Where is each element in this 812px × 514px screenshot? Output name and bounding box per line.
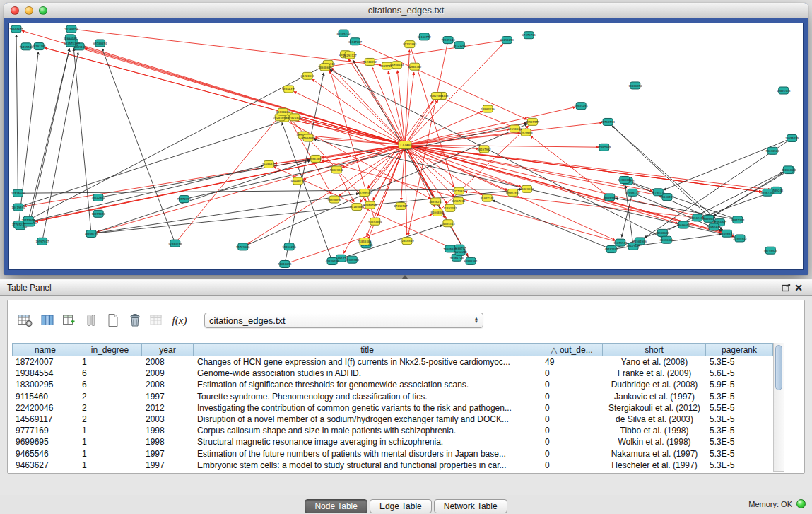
graph-node[interactable]: 23368476 [64, 25, 78, 33]
graph-node[interactable]: 50823362 [330, 166, 344, 173]
graph-node[interactable]: 19597017 [35, 238, 49, 245]
graph-node[interactable]: 67479711 [522, 32, 536, 39]
graph-node[interactable]: 93353034 [368, 218, 382, 225]
graph-node[interactable]: 11383080 [618, 176, 632, 183]
import-table-button[interactable] [148, 311, 166, 329]
graph-node[interactable]: 26290253 [500, 37, 514, 44]
table-row[interactable]: 977716911998Corpus callosum shape and si… [12, 425, 784, 436]
graph-node[interactable]: 78085847 [443, 245, 457, 252]
graph-node[interactable]: 81037341 [481, 194, 495, 201]
graph-edge[interactable] [24, 145, 404, 206]
table-row[interactable]: 946362711997Embryonic stem cells: a mode… [12, 460, 784, 471]
graph-node[interactable]: 15659545 [613, 239, 628, 246]
graph-edge[interactable] [42, 52, 78, 240]
graph-node[interactable]: 74951643 [707, 223, 721, 230]
graph-node[interactable]: 76495543 [19, 43, 33, 50]
new-table-button[interactable] [104, 311, 122, 329]
float-panel-icon[interactable] [779, 282, 792, 293]
graph-edge[interactable] [93, 194, 359, 234]
graph-node[interactable]: 38556241 [429, 198, 443, 205]
row-height-button[interactable] [82, 311, 100, 329]
graph-edge[interactable] [78, 45, 404, 145]
graph-node[interactable]: 40323913 [520, 185, 534, 192]
graph-node[interactable]: 10555255 [785, 134, 799, 141]
graph-edge[interactable] [285, 73, 324, 263]
graph-edge[interactable] [19, 189, 521, 193]
graph-node[interactable]: 39121262 [453, 42, 467, 49]
graph-node[interactable]: 10046724 [84, 230, 98, 238]
window-titlebar[interactable]: citations_edges.txt [4, 3, 808, 18]
graph-edge[interactable] [73, 48, 91, 232]
table-row[interactable]: 1830029562008Estimation of significance … [12, 379, 784, 390]
graph-node[interactable]: 71840385 [358, 238, 372, 245]
column-header[interactable]: in_degree [78, 343, 142, 356]
graph-node[interactable]: 95587847 [309, 155, 323, 162]
graph-node[interactable]: 45799936 [358, 189, 372, 197]
graph-edge[interactable] [530, 136, 608, 197]
graph-node[interactable]: 14465313 [441, 220, 455, 227]
graph-node[interactable]: 87019767 [394, 203, 408, 210]
graph-node[interactable]: 30036004 [660, 236, 674, 243]
graph-node[interactable]: 34466508 [346, 256, 360, 263]
graph-node[interactable]: 91027807 [430, 93, 444, 100]
network-canvas[interactable]: 7004467765780854233684763269313398489193… [9, 23, 804, 270]
graph-node[interactable]: 75222632 [91, 194, 105, 201]
graph-node[interactable]: 72816549 [400, 238, 414, 245]
graph-edge[interactable] [20, 119, 289, 206]
column-header[interactable]: short [603, 343, 706, 356]
column-header[interactable]: △ out_de... [541, 343, 603, 356]
graph-edge[interactable] [248, 146, 404, 244]
graph-node[interactable]: 24504986 [633, 238, 647, 245]
graph-node[interactable]: 46755524 [764, 247, 778, 254]
edit-column-button[interactable] [60, 311, 78, 329]
panel-splitter-handle[interactable] [401, 275, 408, 279]
close-window-icon[interactable] [11, 6, 19, 15]
graph-edge[interactable] [368, 146, 404, 189]
graph-node[interactable]: 83409232 [336, 30, 351, 37]
graph-edge[interactable] [406, 145, 599, 147]
graph-edge[interactable] [372, 67, 404, 144]
column-header[interactable]: name [12, 343, 78, 356]
graph-node[interactable]: 54806471 [282, 86, 296, 93]
graph-node[interactable]: 78688685 [318, 64, 332, 71]
table-row[interactable]: 911546021997Tourette syndrome. Phenomeno… [12, 391, 784, 402]
graph-edge[interactable] [293, 117, 526, 189]
graph-node[interactable]: 65780854 [93, 40, 107, 47]
graph-node[interactable]: 58018695 [278, 260, 292, 267]
graph-node[interactable]: 55196226 [283, 243, 297, 250]
graph-edge[interactable] [401, 146, 405, 201]
graph-node[interactable]: 79507577 [526, 118, 540, 125]
graph-node[interactable]: 80788684 [390, 62, 404, 69]
graph-node[interactable]: 42896093 [782, 166, 796, 173]
graph-edge[interactable] [16, 35, 18, 192]
graph-node[interactable]: 26293127 [343, 52, 357, 59]
graph-node[interactable]: 61184089 [350, 204, 364, 211]
graph-edge[interactable] [406, 129, 509, 145]
graph-node[interactable]: 43829410 [325, 258, 339, 265]
graph-node[interactable]: 82688382 [408, 63, 422, 70]
graph-node[interactable]: 32535666 [11, 189, 25, 197]
graph-edge[interactable] [406, 44, 502, 144]
graph-node[interactable]: 49034251 [575, 103, 589, 110]
network-table-selector[interactable]: citations_edges.txt ▲▼ [204, 313, 483, 328]
column-header[interactable]: year [142, 343, 194, 356]
network-view[interactable]: 7004467765780854233684763269313398489193… [8, 23, 804, 270]
graph-node[interactable]: 93162412 [690, 214, 705, 221]
graph-node[interactable]: 36689841 [262, 160, 276, 168]
graph-node[interactable]: 31351381 [443, 204, 457, 211]
graph-node[interactable]: 68880301 [464, 257, 478, 264]
table-row[interactable]: 946554611997Estimation of the future num… [12, 448, 784, 460]
memory-status-icon[interactable] [796, 499, 806, 508]
graph-hub-node[interactable]: 17240 [399, 141, 411, 149]
graph-node[interactable]: 36967238 [452, 197, 466, 204]
table-scrollbar-thumb[interactable] [775, 345, 782, 390]
graph-edge[interactable] [321, 160, 618, 243]
graph-edge[interactable] [493, 200, 611, 249]
graph-node[interactable]: 13357836 [64, 40, 78, 47]
graph-edge[interactable] [45, 48, 404, 145]
graph-node[interactable]: 57004039 [301, 134, 315, 141]
graph-node[interactable]: 45482484 [604, 246, 618, 253]
graph-node[interactable]: 69007561 [506, 189, 520, 196]
graph-node[interactable]: 61228934 [301, 72, 315, 79]
graph-edge[interactable] [30, 49, 70, 221]
